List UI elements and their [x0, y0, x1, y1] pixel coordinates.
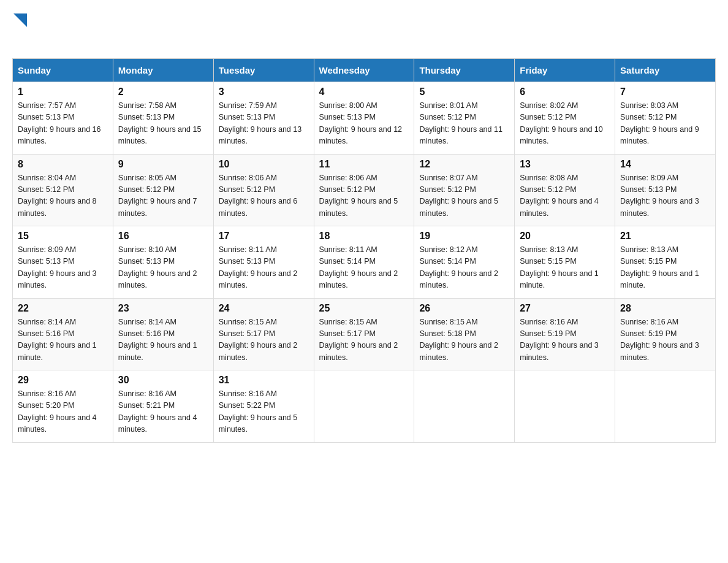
- day-info: Sunrise: 8:15 AMSunset: 5:18 PMDaylight:…: [419, 316, 509, 364]
- day-number: 22: [18, 303, 108, 314]
- calendar-cell: 29Sunrise: 8:16 AMSunset: 5:20 PMDayligh…: [13, 370, 113, 443]
- day-number: 6: [520, 86, 610, 98]
- calendar-cell: 30Sunrise: 8:16 AMSunset: 5:21 PMDayligh…: [113, 370, 213, 443]
- day-number: 31: [219, 375, 309, 386]
- day-number: 9: [118, 159, 208, 170]
- calendar-cell: 16Sunrise: 8:10 AMSunset: 5:13 PMDayligh…: [113, 226, 213, 299]
- day-number: 19: [419, 231, 509, 242]
- day-info: Sunrise: 8:13 AMSunset: 5:15 PMDaylight:…: [620, 244, 710, 292]
- day-info: Sunrise: 7:58 AMSunset: 5:13 PMDaylight:…: [118, 100, 208, 148]
- logo-arrow-icon: [13, 13, 27, 27]
- day-info: Sunrise: 8:15 AMSunset: 5:17 PMDaylight:…: [319, 316, 409, 364]
- header-friday: Friday: [515, 59, 615, 82]
- day-info: Sunrise: 8:16 AMSunset: 5:19 PMDaylight:…: [520, 316, 610, 364]
- day-number: 5: [419, 86, 509, 98]
- day-info: Sunrise: 8:13 AMSunset: 5:15 PMDaylight:…: [520, 244, 610, 292]
- day-info: Sunrise: 8:01 AMSunset: 5:12 PMDaylight:…: [419, 100, 509, 148]
- calendar-cell: 3Sunrise: 7:59 AMSunset: 5:13 PMDaylight…: [213, 82, 314, 155]
- day-info: Sunrise: 8:07 AMSunset: 5:12 PMDaylight:…: [419, 172, 509, 220]
- day-number: 24: [219, 303, 309, 314]
- calendar-cell: 5Sunrise: 8:01 AMSunset: 5:12 PMDaylight…: [414, 82, 515, 155]
- calendar-cell: 9Sunrise: 8:05 AMSunset: 5:12 PMDaylight…: [113, 154, 213, 226]
- logo: [12, 12, 27, 46]
- day-info: Sunrise: 8:04 AMSunset: 5:12 PMDaylight:…: [18, 172, 108, 220]
- day-number: 11: [319, 159, 409, 170]
- day-info: Sunrise: 8:15 AMSunset: 5:17 PMDaylight:…: [219, 316, 309, 364]
- day-number: 20: [520, 231, 610, 242]
- calendar-cell: 2Sunrise: 7:58 AMSunset: 5:13 PMDaylight…: [113, 82, 213, 155]
- header-thursday: Thursday: [414, 59, 515, 82]
- day-number: 3: [219, 86, 309, 98]
- calendar-cell: 28Sunrise: 8:16 AMSunset: 5:19 PMDayligh…: [615, 298, 716, 370]
- day-info: Sunrise: 8:11 AMSunset: 5:13 PMDaylight:…: [219, 244, 309, 292]
- day-info: Sunrise: 7:57 AMSunset: 5:13 PMDaylight:…: [18, 100, 108, 148]
- day-number: 10: [219, 159, 309, 170]
- calendar-week-row: 22Sunrise: 8:14 AMSunset: 5:16 PMDayligh…: [13, 298, 716, 370]
- calendar-cell: 19Sunrise: 8:12 AMSunset: 5:14 PMDayligh…: [414, 226, 515, 299]
- calendar-cell: 15Sunrise: 8:09 AMSunset: 5:13 PMDayligh…: [13, 226, 113, 299]
- calendar-cell: 7Sunrise: 8:03 AMSunset: 5:12 PMDaylight…: [615, 82, 716, 155]
- calendar-week-row: 15Sunrise: 8:09 AMSunset: 5:13 PMDayligh…: [13, 226, 716, 299]
- calendar-header-row: SundayMondayTuesdayWednesdayThursdayFrid…: [13, 59, 716, 82]
- calendar-cell: 23Sunrise: 8:14 AMSunset: 5:16 PMDayligh…: [113, 298, 213, 370]
- calendar-cell: 10Sunrise: 8:06 AMSunset: 5:12 PMDayligh…: [213, 154, 314, 226]
- calendar-cell: 22Sunrise: 8:14 AMSunset: 5:16 PMDayligh…: [13, 298, 113, 370]
- day-number: 26: [419, 303, 509, 314]
- day-info: Sunrise: 7:59 AMSunset: 5:13 PMDaylight:…: [219, 100, 309, 148]
- calendar-cell: 25Sunrise: 8:15 AMSunset: 5:17 PMDayligh…: [314, 298, 414, 370]
- calendar-cell: 4Sunrise: 8:00 AMSunset: 5:13 PMDaylight…: [314, 82, 414, 155]
- day-number: 27: [520, 303, 610, 314]
- day-number: 4: [319, 86, 409, 98]
- calendar-cell: 24Sunrise: 8:15 AMSunset: 5:17 PMDayligh…: [213, 298, 314, 370]
- calendar-cell: 12Sunrise: 8:07 AMSunset: 5:12 PMDayligh…: [414, 154, 515, 226]
- day-number: 2: [118, 86, 208, 98]
- calendar-cell: 31Sunrise: 8:16 AMSunset: 5:22 PMDayligh…: [213, 370, 314, 443]
- day-info: Sunrise: 8:16 AMSunset: 5:21 PMDaylight:…: [118, 388, 208, 436]
- calendar-cell: [615, 370, 716, 443]
- calendar-cell: 14Sunrise: 8:09 AMSunset: 5:13 PMDayligh…: [615, 154, 716, 226]
- calendar-week-row: 8Sunrise: 8:04 AMSunset: 5:12 PMDaylight…: [13, 154, 716, 226]
- day-number: 23: [118, 303, 208, 314]
- day-info: Sunrise: 8:03 AMSunset: 5:12 PMDaylight:…: [620, 100, 710, 148]
- day-number: 13: [520, 159, 610, 170]
- day-number: 1: [18, 86, 108, 98]
- calendar-cell: 26Sunrise: 8:15 AMSunset: 5:18 PMDayligh…: [414, 298, 515, 370]
- day-number: 21: [620, 231, 710, 242]
- calendar-cell: 20Sunrise: 8:13 AMSunset: 5:15 PMDayligh…: [515, 226, 615, 299]
- day-number: 7: [620, 86, 710, 98]
- day-info: Sunrise: 8:16 AMSunset: 5:20 PMDaylight:…: [18, 388, 108, 436]
- day-info: Sunrise: 8:02 AMSunset: 5:12 PMDaylight:…: [520, 100, 610, 148]
- day-number: 16: [118, 231, 208, 242]
- header-tuesday: Tuesday: [213, 59, 314, 82]
- day-info: Sunrise: 8:05 AMSunset: 5:12 PMDaylight:…: [118, 172, 208, 220]
- day-info: Sunrise: 8:10 AMSunset: 5:13 PMDaylight:…: [118, 244, 208, 292]
- day-info: Sunrise: 8:14 AMSunset: 5:16 PMDaylight:…: [118, 316, 208, 364]
- calendar-cell: 11Sunrise: 8:06 AMSunset: 5:12 PMDayligh…: [314, 154, 414, 226]
- calendar-cell: 18Sunrise: 8:11 AMSunset: 5:14 PMDayligh…: [314, 226, 414, 299]
- calendar-cell: [314, 370, 414, 443]
- day-number: 14: [620, 159, 710, 170]
- calendar-week-row: 29Sunrise: 8:16 AMSunset: 5:20 PMDayligh…: [13, 370, 716, 443]
- calendar-cell: 1Sunrise: 7:57 AMSunset: 5:13 PMDaylight…: [13, 82, 113, 155]
- calendar-cell: 17Sunrise: 8:11 AMSunset: 5:13 PMDayligh…: [213, 226, 314, 299]
- calendar-cell: [414, 370, 515, 443]
- day-info: Sunrise: 8:00 AMSunset: 5:13 PMDaylight:…: [319, 100, 409, 148]
- page-header: [12, 12, 716, 46]
- day-info: Sunrise: 8:06 AMSunset: 5:12 PMDaylight:…: [319, 172, 409, 220]
- header-saturday: Saturday: [615, 59, 716, 82]
- calendar-week-row: 1Sunrise: 7:57 AMSunset: 5:13 PMDaylight…: [13, 82, 716, 155]
- day-info: Sunrise: 8:14 AMSunset: 5:16 PMDaylight:…: [18, 316, 108, 364]
- day-number: 12: [419, 159, 509, 170]
- day-info: Sunrise: 8:16 AMSunset: 5:22 PMDaylight:…: [219, 388, 309, 436]
- calendar-cell: 6Sunrise: 8:02 AMSunset: 5:12 PMDaylight…: [515, 82, 615, 155]
- day-info: Sunrise: 8:09 AMSunset: 5:13 PMDaylight:…: [620, 172, 710, 220]
- day-number: 18: [319, 231, 409, 242]
- calendar-table: SundayMondayTuesdayWednesdayThursdayFrid…: [12, 58, 716, 443]
- header-sunday: Sunday: [13, 59, 113, 82]
- day-info: Sunrise: 8:08 AMSunset: 5:12 PMDaylight:…: [520, 172, 610, 220]
- day-number: 8: [18, 159, 108, 170]
- svg-marker-0: [13, 13, 27, 27]
- day-number: 29: [18, 375, 108, 386]
- day-info: Sunrise: 8:06 AMSunset: 5:12 PMDaylight:…: [219, 172, 309, 220]
- day-info: Sunrise: 8:12 AMSunset: 5:14 PMDaylight:…: [419, 244, 509, 292]
